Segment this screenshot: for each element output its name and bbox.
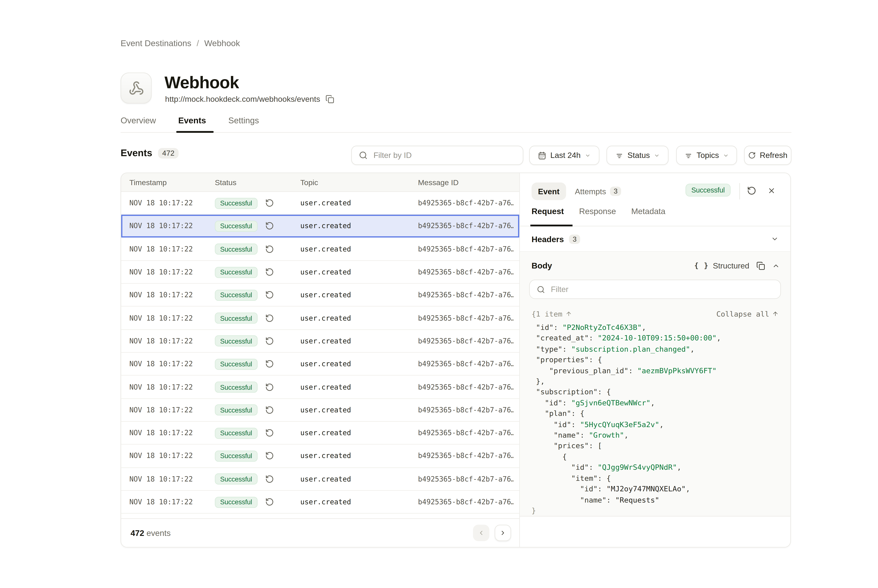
json-line: "item": { (532, 473, 786, 484)
table-row[interactable]: NOV 18 10:17:22 Successful user.created … (121, 353, 519, 376)
table-row[interactable]: NOV 18 10:17:22 Successful user.created … (121, 284, 519, 307)
row-timestamp: NOV 18 10:17:22 (129, 222, 193, 230)
close-icon (767, 186, 776, 195)
panel-tab-event[interactable]: Event (532, 183, 566, 200)
pagination (473, 525, 511, 541)
table-row[interactable]: NOV 18 10:17:22 Successful user.created … (121, 192, 519, 215)
row-status-badge-wrap: Successful (215, 404, 257, 416)
json-toolbar: {1 item Collapse all (532, 309, 779, 318)
nav-tabs: Overview Events Settings (121, 116, 259, 125)
row-retry-button[interactable] (265, 382, 274, 391)
table-row[interactable]: NOV 18 10:17:22 Successful user.created … (121, 399, 519, 422)
table-row[interactable]: NOV 18 10:17:22 Successful user.created … (121, 376, 519, 399)
row-retry-button[interactable] (265, 291, 274, 299)
structured-view-toggle[interactable]: { } Structured (694, 261, 749, 270)
row-retry-button[interactable] (265, 336, 274, 345)
tab-events[interactable]: Events (178, 116, 206, 125)
breadcrumb-item-webhook[interactable]: Webhook (204, 39, 240, 48)
collapse-body-button[interactable] (772, 262, 780, 269)
row-retry-button[interactable] (265, 314, 274, 322)
tab-settings[interactable]: Settings (228, 116, 259, 125)
row-message-id: b4925365-b8cf-42b7-a76… (418, 268, 513, 276)
retry-icon (265, 360, 274, 368)
body-filter-input[interactable] (550, 284, 773, 294)
retry-event-button[interactable] (747, 186, 756, 195)
row-topic: user.created (300, 199, 351, 207)
row-retry-button[interactable] (265, 244, 274, 254)
subtab-metadata[interactable]: Metadata (631, 207, 666, 216)
row-topic: user.created (300, 406, 351, 414)
table-row[interactable]: NOV 18 10:17:22 Successful user.created … (121, 330, 519, 353)
table-row[interactable]: NOV 18 10:17:22 Successful user.created … (121, 445, 519, 468)
row-retry-button[interactable] (265, 498, 274, 506)
row-retry-button[interactable] (265, 474, 274, 483)
headers-section-toggle[interactable]: Headers 3 (520, 226, 790, 252)
col-status: Status (215, 178, 236, 186)
row-status-badge: Successful (215, 220, 257, 232)
json-line: "id": "5HycQYuqK3eF5a2v", (532, 419, 786, 430)
row-status-badge-wrap: Successful (215, 290, 257, 301)
copy-body-button[interactable] (756, 261, 765, 270)
row-timestamp: NOV 18 10:17:22 (129, 314, 193, 322)
json-line: "previous_plan_id": "aezmBVpPksWVY6FT" (532, 365, 786, 376)
col-topic: Topic (300, 178, 318, 186)
table-row[interactable]: NOV 18 10:17:22 Successful user.created … (121, 514, 519, 518)
table-row[interactable]: NOV 18 10:17:22 Successful user.created … (121, 238, 519, 261)
time-range-button[interactable]: Last 24h (529, 146, 600, 165)
row-status-badge: Successful (215, 312, 257, 324)
app-window: Event Destinations / Webhook Webhook htt… (0, 0, 878, 588)
search-icon (537, 285, 545, 293)
next-page-button[interactable] (495, 525, 511, 541)
row-retry-button[interactable] (265, 429, 274, 437)
row-retry-button[interactable] (265, 452, 274, 460)
row-timestamp: NOV 18 10:17:22 (129, 245, 193, 253)
breadcrumb-item-destinations[interactable]: Event Destinations (121, 39, 191, 48)
close-panel-button[interactable] (767, 186, 776, 195)
retry-icon (265, 268, 274, 276)
table-row[interactable]: NOV 18 10:17:22 Successful user.created … (121, 307, 519, 330)
table-row[interactable]: NOV 18 10:17:22 Successful user.created … (121, 491, 519, 514)
row-message-id: b4925365-b8cf-42b7-a76… (418, 245, 513, 253)
json-items-summary[interactable]: {1 item (532, 309, 572, 318)
row-status-badge-wrap: Successful (215, 450, 257, 462)
refresh-button[interactable]: Refresh (744, 146, 791, 165)
json-code: "id": "P2NoRtyZoTc46X3B", "created_at": … (532, 322, 786, 516)
prev-page-button[interactable] (473, 525, 489, 541)
panel-tab-attempts[interactable]: Attempts 3 (575, 183, 621, 200)
json-line: "subscription": { (532, 387, 786, 398)
collapse-all-label: Collapse all (716, 309, 769, 318)
row-topic: user.created (300, 498, 351, 506)
row-timestamp: NOV 18 10:17:22 (129, 268, 193, 276)
row-retry-button[interactable] (265, 268, 274, 276)
table-row[interactable]: NOV 18 10:17:22 Successful user.created … (121, 215, 519, 238)
table-row[interactable]: NOV 18 10:17:22 Successful user.created … (121, 261, 519, 284)
row-retry-button[interactable] (265, 360, 274, 368)
status-filter-button[interactable]: Status (606, 146, 669, 165)
table-row[interactable]: NOV 18 10:17:22 Successful user.created … (121, 468, 519, 491)
tab-overview[interactable]: Overview (121, 116, 156, 125)
json-line: }, (532, 376, 786, 387)
topics-filter-button[interactable]: Topics (676, 146, 737, 165)
row-status-badge-wrap: Successful (215, 197, 257, 209)
chevron-down-icon (585, 152, 591, 158)
row-topic: user.created (300, 452, 351, 460)
retry-icon (747, 186, 756, 195)
row-status-badge: Successful (215, 428, 257, 438)
retry-icon (265, 498, 274, 506)
subtab-response[interactable]: Response (579, 207, 616, 216)
row-message-id: b4925365-b8cf-42b7-a76… (418, 406, 513, 414)
table-row[interactable]: NOV 18 10:17:22 Successful user.created … (121, 422, 519, 445)
collapse-all-button[interactable]: Collapse all (716, 309, 779, 318)
subtab-request[interactable]: Request (532, 207, 564, 216)
breadcrumb: Event Destinations / Webhook (121, 39, 240, 48)
row-status-badge: Successful (215, 450, 257, 462)
refresh-label: Refresh (760, 151, 788, 160)
row-retry-button[interactable] (265, 222, 274, 230)
retry-icon (265, 429, 274, 437)
row-retry-button[interactable] (265, 405, 274, 414)
tabs-divider (121, 132, 791, 133)
copy-url-button[interactable] (325, 95, 334, 104)
calendar-icon (538, 151, 546, 159)
filter-by-id-input[interactable] (372, 150, 516, 160)
row-retry-button[interactable] (265, 199, 274, 207)
